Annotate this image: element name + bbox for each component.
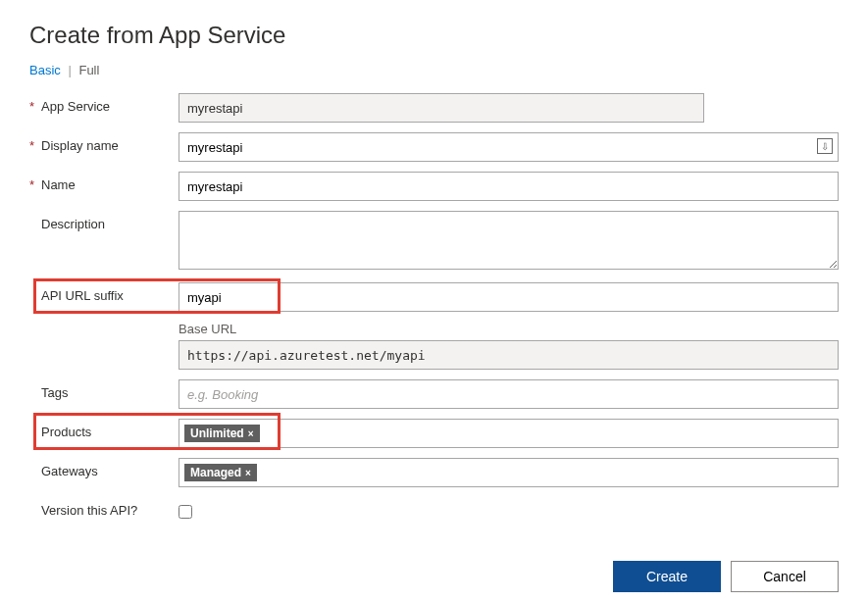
- gateways-input[interactable]: Managed ×: [179, 458, 839, 487]
- page-title: Create from App Service: [29, 22, 839, 49]
- row-gateways: Gateways Managed ×: [29, 458, 839, 487]
- tab-full[interactable]: Full: [78, 63, 99, 77]
- row-display-name: * Display name ⇩: [29, 132, 839, 162]
- label-gateways: Gateways: [41, 464, 98, 478]
- label-api-url-suffix: API URL suffix: [41, 288, 124, 303]
- description-input[interactable]: [179, 211, 839, 270]
- view-tabs: Basic | Full: [29, 63, 839, 77]
- row-description: Description: [29, 211, 839, 273]
- row-api-url-suffix: API URL suffix: [29, 282, 839, 312]
- row-name: * Name: [29, 172, 839, 201]
- display-name-input[interactable]: [179, 132, 839, 162]
- required-marker: [29, 217, 41, 231]
- required-marker: [29, 288, 41, 303]
- row-version: Version this API?: [29, 497, 839, 522]
- label-base-url: Base URL: [179, 322, 839, 336]
- chip-label: Managed: [190, 466, 241, 479]
- row-tags: Tags: [29, 379, 839, 409]
- tab-sep: |: [68, 63, 71, 77]
- label-description: Description: [41, 217, 105, 231]
- app-service-value: myrestapi: [187, 101, 242, 116]
- label-name: Name: [41, 177, 76, 192]
- required-marker: *: [29, 177, 41, 192]
- create-button[interactable]: Create: [613, 561, 721, 592]
- name-input[interactable]: [179, 172, 839, 201]
- label-tags: Tags: [41, 385, 68, 400]
- label-version: Version this API?: [41, 503, 137, 518]
- app-service-input[interactable]: myrestapi: [179, 93, 704, 123]
- base-url-value: https://api.azuretest.net/myapi: [179, 340, 839, 370]
- required-marker: *: [29, 99, 41, 114]
- tags-input[interactable]: [179, 379, 839, 409]
- chip-remove-icon[interactable]: ×: [245, 468, 251, 478]
- api-url-suffix-input[interactable]: [179, 282, 839, 312]
- import-icon[interactable]: ⇩: [817, 138, 833, 154]
- row-products: Products Unlimited ×: [29, 419, 839, 448]
- label-display-name: Display name: [41, 138, 119, 153]
- row-base-url: Base URL https://api.azuretest.net/myapi: [29, 322, 839, 370]
- label-products: Products: [41, 425, 91, 439]
- products-input[interactable]: Unlimited ×: [179, 419, 839, 448]
- version-checkbox[interactable]: [179, 505, 192, 519]
- gateway-chip-managed: Managed ×: [183, 463, 258, 482]
- dialog-footer: Create Cancel: [29, 561, 839, 592]
- label-app-service: App Service: [41, 99, 110, 114]
- product-chip-unlimited: Unlimited ×: [183, 424, 261, 443]
- required-marker: *: [29, 138, 41, 153]
- chip-label: Unlimited: [190, 426, 244, 440]
- row-app-service: * App Service myrestapi: [29, 93, 839, 123]
- cancel-button[interactable]: Cancel: [731, 561, 839, 592]
- chip-remove-icon[interactable]: ×: [248, 428, 254, 439]
- tab-basic[interactable]: Basic: [29, 63, 61, 77]
